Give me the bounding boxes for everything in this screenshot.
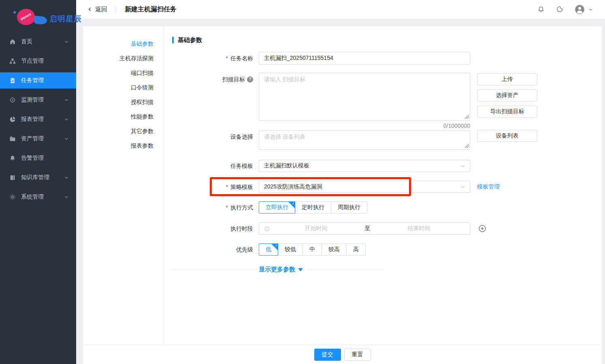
avatar (574, 4, 585, 15)
device-list-button[interactable]: 设备列表 (477, 130, 537, 142)
clock-icon (264, 226, 270, 232)
exec-mode-label: 执行方式 (172, 203, 253, 212)
task-template-label: 任务模板 (172, 162, 253, 170)
chevron-down-icon (64, 39, 69, 44)
target-action-button[interactable]: 上传 (477, 73, 537, 85)
triangle-down-icon (298, 268, 303, 271)
sidebar-item[interactable]: 监测管理 (0, 92, 76, 108)
app-root: ✦ Venus 启明星辰 首页节点管理任务管理监测管理报表管理资产管理告警管理知… (0, 0, 605, 364)
priority-option[interactable]: 中 (302, 243, 322, 256)
report-icon (9, 116, 16, 123)
page-title: 新建主机漏扫任务 (125, 5, 177, 14)
priority-option[interactable]: 较低 (278, 243, 303, 256)
topbar: 返回 新建主机漏扫任务 (76, 0, 605, 19)
form-area: 基础参数 任务名称 扫描目标 ? 0/1000000 上传选择资产导出扫描目标 … (83, 26, 602, 345)
add-period-button[interactable] (478, 224, 486, 233)
exec-period-input[interactable]: 开始时间 至 结束时间 (259, 222, 470, 235)
sidebar: ✦ Venus 启明星辰 首页节点管理任务管理监测管理报表管理资产管理告警管理知… (0, 0, 76, 364)
exec-period-label: 执行时段 (172, 224, 253, 233)
user-menu[interactable] (574, 4, 593, 15)
brand-logo: ✦ Venus 启明星辰 (0, 0, 76, 36)
monitor-icon (9, 96, 16, 104)
target-action-button[interactable]: 导出扫描目标 (477, 106, 537, 118)
task-template-select[interactable]: 主机漏扫默认模板 (259, 160, 470, 172)
workspace: 基础参数主机存活探测端口扫描口令猜测授权扫描性能参数其它参数报表参数 基础参数 … (76, 19, 605, 364)
show-more-params-link[interactable]: 显示更多参数 (259, 266, 307, 273)
selected-check-icon (288, 202, 295, 208)
priority-option[interactable]: 高 (346, 243, 366, 256)
task-name-label: 任务名称 (172, 54, 253, 62)
priority-label: 优先级 (172, 245, 253, 254)
policy-template-label: 策略模板 (172, 183, 253, 191)
device-select-textarea[interactable] (259, 130, 470, 150)
sidebar-item[interactable]: 首页 (0, 34, 76, 50)
template-manage-link[interactable]: 模板管理 (477, 183, 500, 190)
exec-mode-option[interactable]: 周期执行 (331, 201, 367, 214)
brand-name: 启明星辰 (49, 14, 82, 24)
exec-mode-group: 立即执行定时执行周期执行 (259, 201, 367, 214)
chevron-down-icon (460, 163, 466, 169)
chevron-down-icon (588, 7, 593, 12)
priority-group: 低较低中较高高 (259, 243, 366, 256)
priority-option[interactable]: 低 (259, 243, 278, 256)
sidebar-item[interactable]: 知识库管理 (0, 169, 76, 186)
venus-logo-icon: Venus (16, 8, 36, 26)
priority-option[interactable]: 较高 (322, 243, 347, 256)
sidebar-item[interactable]: 任务管理 (0, 72, 76, 89)
scan-target-textarea[interactable] (259, 73, 470, 121)
chevron-left-icon (87, 6, 93, 12)
end-time-placeholder[interactable]: 结束时间 (373, 225, 465, 232)
knowledge-icon (9, 174, 16, 181)
logo-swoosh-icon (34, 16, 47, 25)
sidebar-item[interactable]: 告警管理 (0, 150, 76, 166)
notification-bell-icon[interactable] (537, 5, 545, 13)
period-separator: 至 (362, 225, 373, 232)
alert-icon (9, 154, 16, 162)
exec-mode-option[interactable]: 定时执行 (295, 201, 331, 214)
submit-button[interactable]: 提交 (314, 349, 341, 361)
sidebar-item[interactable]: 报表管理 (0, 111, 76, 127)
sidebar-item[interactable]: 资产管理 (0, 131, 76, 147)
start-time-placeholder[interactable]: 开始时间 (270, 225, 362, 232)
chevron-down-icon (64, 175, 69, 180)
exec-mode-option[interactable]: 立即执行 (259, 201, 295, 214)
sidebar-menu: 首页节点管理任务管理监测管理报表管理资产管理告警管理知识库管理系统管理 (0, 34, 76, 208)
dark-mode-moon-icon[interactable] (556, 5, 564, 13)
chevron-down-icon (64, 97, 69, 102)
sidebar-item[interactable]: 系统管理 (0, 189, 76, 205)
device-select-label: 设备选择 (172, 133, 253, 141)
target-action-button[interactable]: 选择资产 (477, 89, 537, 102)
nodes-icon (9, 57, 16, 65)
chevron-down-icon (64, 194, 69, 199)
policy-template-select[interactable]: 2025攻防演练高危漏洞 (259, 181, 470, 193)
chevron-down-icon (64, 136, 69, 141)
chevron-down-icon (64, 116, 69, 121)
system-icon (9, 193, 16, 201)
back-label: 返回 (95, 6, 107, 13)
topbar-actions (537, 4, 593, 15)
section-title: 基础参数 (172, 37, 202, 43)
scan-target-label: 扫描目标 ? (172, 75, 253, 83)
assets-icon (9, 135, 16, 142)
topbar-divider (116, 5, 116, 13)
char-counter: 0/1000000 (259, 123, 470, 129)
back-button[interactable]: 返回 (87, 6, 107, 13)
form-footer: 提交 重置 (83, 345, 602, 364)
reset-button[interactable]: 重置 (344, 349, 371, 361)
help-icon[interactable]: ? (247, 76, 253, 83)
task-name-input[interactable] (259, 52, 470, 65)
sidebar-item[interactable]: 节点管理 (0, 53, 76, 69)
chevron-down-icon (460, 184, 466, 190)
form-card: 基础参数主机存活探测端口扫描口令猜测授权扫描性能参数其它参数报表参数 基础参数 … (83, 26, 602, 364)
selected-check-icon (271, 244, 278, 250)
tasks-icon (9, 77, 16, 84)
home-icon (9, 38, 16, 45)
